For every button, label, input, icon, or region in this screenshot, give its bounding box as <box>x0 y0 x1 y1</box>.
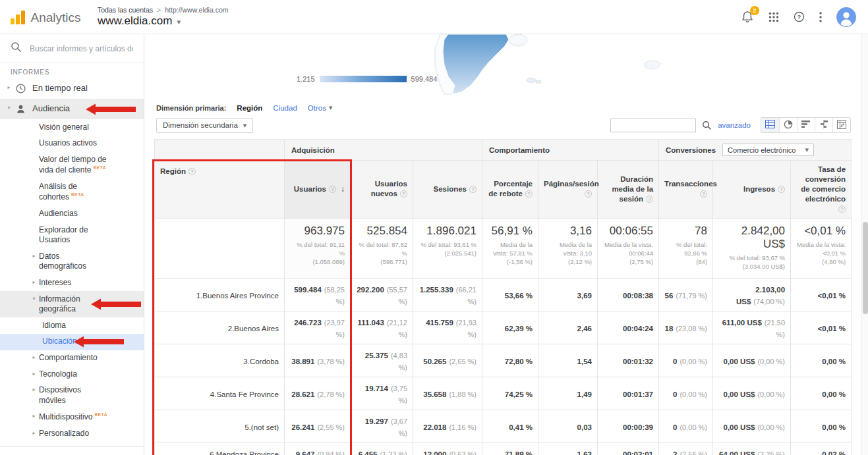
chevron-down-icon[interactable]: ▾ <box>4 103 14 111</box>
region-cell[interactable]: 5.(not set) <box>155 410 285 443</box>
help-icon[interactable] <box>188 168 196 175</box>
sidebar-item-multidispositivo[interactable]: ▸MultidispositivoBETA <box>0 409 144 426</box>
table-row[interactable]: 5.(not set)26.241(2,55 %)19.297(3,67 %)2… <box>155 410 852 443</box>
sidebar-item-audiencia[interactable]: ▾Audiencia <box>0 99 144 119</box>
sidebar-item-valor-del-tiempo-de-vida-del-cliente[interactable]: Valor del tiempo de vida del clienteBETA <box>0 151 144 178</box>
chevron-right-icon[interactable]: ▸ <box>4 83 14 91</box>
sidebar-item-analisis-de-cohortes[interactable]: Análisis de cohortesBETA <box>0 178 144 205</box>
sidebar-search[interactable]: Buscar informes y artículos de <box>0 34 144 63</box>
help-icon[interactable] <box>329 186 336 193</box>
sidebar-item-idioma[interactable]: Idioma <box>0 317 144 334</box>
table-row[interactable]: 6.Mendoza Province9.647(0,94 %)6.455(1,2… <box>155 443 852 455</box>
sidebar-item-audiencias[interactable]: Audiencias <box>0 206 144 223</box>
help-icon[interactable] <box>646 196 653 203</box>
account-avatar[interactable] <box>836 7 856 27</box>
table-search-button[interactable] <box>702 120 712 130</box>
table-search-input[interactable] <box>610 119 696 132</box>
table-row[interactable]: 1.Buenos Aires Province599.484(58,25 %)2… <box>155 279 852 311</box>
view-performance-button[interactable] <box>797 118 815 132</box>
cell-paginas-sesion: 3,69 <box>538 279 598 311</box>
help-icon[interactable] <box>400 190 407 198</box>
table-row[interactable]: 4.Santa Fe Province28.621(2,78 %)19.714(… <box>155 377 852 410</box>
scrollbar-thumb[interactable] <box>863 222 868 314</box>
breadcrumb-path[interactable]: http://www.eldia.com <box>165 6 228 14</box>
sidebar-item-informacion-geografica[interactable]: ▾Información geográfica <box>0 291 144 317</box>
chevron-right-icon[interactable]: ▸ <box>29 412 39 419</box>
secondary-dimension-button[interactable]: Dimensión secundaria <box>156 118 253 133</box>
chevron-right-icon[interactable]: ▸ <box>29 369 39 377</box>
view-pivot-button[interactable] <box>832 118 850 132</box>
sidebar-item-atribucion[interactable]: AtribuciónBETA <box>0 452 144 455</box>
sidebar-item-ubicacion[interactable]: Ubicación <box>0 334 144 350</box>
cell-sesiones: 1.255.339(66,21 %) <box>413 279 482 311</box>
ecommerce-dropdown[interactable]: Comercio electrónico <box>722 144 814 156</box>
table-row[interactable]: 2.Buenos Aires246.723(23,97 %)111.043(21… <box>155 311 852 344</box>
view-table-button[interactable] <box>761 118 779 132</box>
help-button[interactable]: ? <box>794 11 805 22</box>
help-icon[interactable] <box>525 190 533 198</box>
dimension-option-otros[interactable]: Otros <box>308 103 333 112</box>
help-icon[interactable] <box>700 190 707 198</box>
geo-map[interactable] <box>409 34 692 97</box>
chevron-down-icon[interactable]: ▾ <box>29 294 39 302</box>
sidebar-item-tecnologia[interactable]: ▸Tecnología <box>0 366 144 383</box>
breadcrumb-root[interactable]: Todas las cuentas <box>98 6 153 14</box>
help-icon[interactable] <box>469 186 477 193</box>
sidebar-item-en-tiempo-real[interactable]: ▸En tiempo real <box>0 78 144 99</box>
more-options-button[interactable] <box>819 12 822 22</box>
region-cell[interactable]: 2.Buenos Aires <box>155 311 285 344</box>
region-cell[interactable]: 6.Mendoza Province <box>155 443 285 455</box>
sidebar-item-explorador-de-usuarios[interactable]: Explorador de Usuarios <box>0 222 144 248</box>
column-header-sesiones[interactable]: Sesiones <box>413 161 482 219</box>
sidebar-item-vision-general[interactable]: Visión general <box>0 119 144 136</box>
dimension-option-ciudad[interactable]: Ciudad <box>273 104 297 112</box>
sidebar-item-personalizado[interactable]: ▸Personalizado <box>0 425 144 442</box>
column-header-transacciones[interactable]: Transacciones <box>659 161 713 219</box>
column-header-paginas-sesion[interactable]: Páginas/sesión <box>538 161 598 219</box>
geo-map-section: 1.215 599.484 <box>145 34 868 97</box>
summary-transacciones: 78% del total: 92,86 %(84) <box>659 218 713 279</box>
view-comparison-button[interactable] <box>815 118 832 132</box>
table-row[interactable]: 3.Cordoba38.891(3,78 %)25.375(4,83 %)50.… <box>155 344 852 377</box>
column-header-ingresos[interactable]: Ingresos <box>713 161 791 219</box>
help-icon[interactable] <box>585 190 592 198</box>
column-header-duracion-media-de-la-sesion[interactable]: Duración media de la sesión <box>598 161 659 219</box>
property-selector[interactable]: www.eldia.com <box>98 14 229 28</box>
chevron-right-icon[interactable]: ▸ <box>29 353 39 361</box>
search-icon <box>702 122 712 132</box>
vertical-scrollbar[interactable] <box>861 34 868 455</box>
sidebar-item-intereses[interactable]: ▸Intereses <box>0 275 144 292</box>
cell-tasa-de-conversion-de-comercio-electronico: 0,02 % <box>791 443 852 455</box>
cell-usuarios: 599.484(58,25 %) <box>285 279 351 311</box>
brand-name: Analytics <box>31 11 81 24</box>
sidebar-item-dispositivos-moviles[interactable]: ▸Dispositivos móviles <box>0 383 144 409</box>
region-cell[interactable]: 4.Santa Fe Province <box>155 377 285 410</box>
view-percent-button[interactable] <box>779 118 797 132</box>
chevron-right-icon[interactable]: ▸ <box>29 429 39 437</box>
sidebar-item-label: Visión general <box>39 122 113 133</box>
analytics-home-link[interactable]: Analytics <box>0 10 87 24</box>
help-icon[interactable] <box>778 186 785 193</box>
notifications-button[interactable]: 2 <box>741 10 754 24</box>
cell-porcentaje-de-rebote: 0,41 % <box>482 410 538 443</box>
sidebar-item-datos-demograficos[interactable]: ▸Datos demográficos <box>0 248 144 275</box>
column-header-porcentaje-de-rebote[interactable]: Porcentaje de rebote <box>482 161 538 219</box>
column-header-usuarios[interactable]: Usuarios <box>285 161 351 219</box>
region-cell[interactable]: 3.Cordoba <box>155 344 285 377</box>
chevron-right-icon[interactable]: ▸ <box>29 252 39 259</box>
region-cell[interactable]: 1.Buenos Aires Province <box>155 279 285 311</box>
dimension-option-region[interactable]: Región <box>237 104 262 112</box>
sidebar-item-comportamiento[interactable]: ▸Comportamiento <box>0 350 144 367</box>
column-header-region[interactable]: Región <box>155 161 285 219</box>
help-icon[interactable] <box>838 205 846 213</box>
column-header-usuarios-nuevos[interactable]: Usuarios nuevos <box>351 161 413 219</box>
advanced-filter-link[interactable]: avanzado <box>718 121 751 129</box>
search-icon <box>11 41 22 55</box>
chevron-right-icon[interactable]: ▸ <box>29 385 39 393</box>
chevron-right-icon[interactable]: ▸ <box>29 278 39 286</box>
sidebar-item-usuarios-activos[interactable]: Usuarios activos <box>0 136 144 152</box>
chevron-down-icon <box>177 14 181 28</box>
apps-grid-button[interactable] <box>768 12 779 22</box>
cell-usuarios-nuevos: 292.200(55,57 %) <box>351 279 413 311</box>
column-header-tasa-de-conversion-de-comercio-electronico[interactable]: Tasa de conversión de comercio electróni… <box>791 161 852 219</box>
